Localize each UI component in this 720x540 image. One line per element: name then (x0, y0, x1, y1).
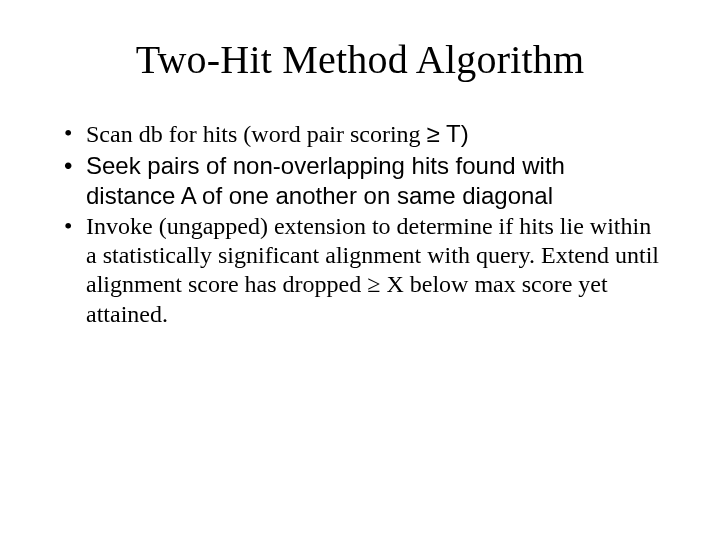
slide: Two-Hit Method Algorithm Scan db for hit… (0, 0, 720, 540)
slide-body: Scan db for hits (word pair scoring ≥ T)… (0, 91, 720, 329)
bullet-text: Scan db for hits (word pair scoring (86, 121, 427, 147)
bullet-text: Invoke (ungapped) extension to determine… (86, 213, 659, 327)
slide-title: Two-Hit Method Algorithm (0, 0, 720, 91)
bullet-list: Scan db for hits (word pair scoring ≥ T)… (60, 119, 660, 329)
list-item: Invoke (ungapped) extension to determine… (60, 212, 660, 329)
bullet-text: Seek pairs of non-overlapping hits found… (86, 152, 565, 208)
list-item: Seek pairs of non-overlapping hits found… (60, 151, 660, 210)
bullet-text: ≥ T) (427, 120, 469, 147)
list-item: Scan db for hits (word pair scoring ≥ T) (60, 119, 660, 149)
